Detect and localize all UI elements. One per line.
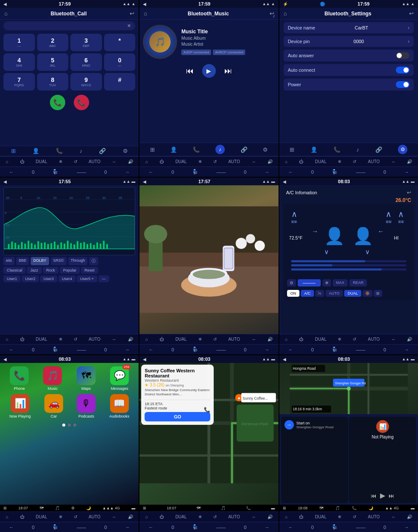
- fan-icon-eq[interactable]: ❄: [59, 337, 62, 342]
- fan-icon-music[interactable]: ❄: [198, 159, 202, 164]
- preset-reset[interactable]: Reset: [81, 267, 98, 274]
- eq-effect-bbe[interactable]: BBE: [16, 257, 29, 265]
- fan-icon-ac[interactable]: ❄: [338, 337, 341, 342]
- slider-video[interactable]: ——: [216, 347, 226, 352]
- preset-user2[interactable]: User2: [22, 275, 39, 282]
- nav-phone-icon-settings[interactable]: 📞: [334, 146, 340, 153]
- back-icon-settings[interactable]: ↩: [409, 10, 414, 17]
- dial-3[interactable]: 3DEF: [70, 34, 102, 51]
- back-arrow-call[interactable]: ◀: [3, 2, 7, 6]
- clear-icon-call[interactable]: ✕: [127, 23, 131, 29]
- nav-user-icon-settings[interactable]: 👤: [311, 146, 317, 153]
- temp-arrow-nav[interactable]: ↔: [391, 514, 395, 519]
- right-arrow-eq[interactable]: →: [125, 347, 130, 352]
- ac-dual-btn[interactable]: DUAL: [344, 290, 361, 297]
- fan-icon-call[interactable]: ❄: [59, 159, 62, 164]
- right-arrow-music[interactable]: →: [264, 170, 269, 175]
- nav-gear-icon-music[interactable]: ⚙: [263, 146, 268, 153]
- cp-map-icon[interactable]: 🗺: [40, 506, 44, 510]
- slider-ac[interactable]: ——: [356, 347, 366, 352]
- back-arrow-video[interactable]: ◀: [143, 179, 146, 184]
- ac-icon-nav[interactable]: ↺: [353, 514, 356, 519]
- cp-grid-icon-carmap[interactable]: ⊞: [143, 506, 146, 510]
- power-btn-eq[interactable]: ⏻: [20, 337, 24, 342]
- volume-icon-music[interactable]: 🔊: [267, 159, 273, 164]
- power-toggle[interactable]: [396, 81, 409, 88]
- temp-arrow-eq[interactable]: ↔: [112, 337, 116, 342]
- ac-icon-carplay[interactable]: ↺: [74, 514, 77, 519]
- cp-phone-icon-nav[interactable]: 📞: [352, 506, 357, 510]
- left-arrow-ac[interactable]: ←: [288, 347, 293, 352]
- messages-app-icon[interactable]: 💬 259: [110, 366, 129, 385]
- ac-wind-icon[interactable]: 🌬: [315, 290, 324, 297]
- np-prev-btn[interactable]: ⏮: [371, 492, 377, 499]
- np-next-btn[interactable]: ⏭: [389, 492, 395, 499]
- back-arrow-carmap[interactable]: ◀: [143, 357, 146, 362]
- temp-arrow-video[interactable]: ↔: [252, 337, 256, 342]
- eq-effect-srs[interactable]: SRS©: [51, 257, 67, 265]
- next-button[interactable]: ⏭: [224, 67, 232, 76]
- maps-app-icon[interactable]: 🗺: [77, 366, 96, 385]
- ac-defrost-icon[interactable]: 🔆: [363, 290, 372, 297]
- right-arrow-carplay[interactable]: →: [125, 525, 130, 530]
- ac-icon-video[interactable]: ↺: [213, 337, 217, 342]
- nav-grid-icon-settings[interactable]: ⊞: [290, 146, 294, 153]
- cp-grid-icon-nav[interactable]: ⊞: [283, 506, 286, 510]
- dial-8[interactable]: 8TUV: [37, 73, 69, 91]
- nav-link-icon-music[interactable]: 🔗: [241, 146, 247, 153]
- home-btn-music[interactable]: ⌂: [145, 159, 148, 164]
- dial-1[interactable]: 1—: [3, 34, 35, 51]
- dot-2[interactable]: [68, 424, 71, 427]
- slider-carplay[interactable]: ——: [77, 525, 86, 530]
- nav-link-icon-call[interactable]: 🔗: [99, 148, 106, 154]
- home-icon-settings[interactable]: ⌂: [284, 10, 287, 17]
- ac-icon-call[interactable]: ↺: [74, 159, 77, 164]
- ac-icon-settings[interactable]: ↺: [353, 159, 356, 164]
- cp-map-icon-nav[interactable]: 🗺: [319, 506, 323, 510]
- np-play-btn[interactable]: ▶: [380, 491, 385, 500]
- ac-on-btn[interactable]: ON: [287, 290, 300, 297]
- left-arrow-nav[interactable]: ←: [288, 525, 293, 530]
- ac-gear-icon[interactable]: ⚙: [287, 279, 296, 286]
- back-icon-call[interactable]: ↩: [130, 10, 134, 17]
- back-arrow-nav[interactable]: ◀: [283, 357, 286, 362]
- cp-map-icon-carmap[interactable]: 🗺: [197, 506, 200, 510]
- dial-0[interactable]: 0—: [104, 53, 136, 71]
- dial-hash[interactable]: #: [104, 73, 136, 91]
- right-arrow-carmap[interactable]: →: [264, 525, 269, 530]
- preset-user4[interactable]: User4: [58, 275, 75, 282]
- dial-7[interactable]: 7PQRS: [3, 73, 35, 91]
- nav-phone-icon-music[interactable]: 📞: [193, 146, 200, 153]
- fan-icon-nav[interactable]: ❄: [338, 514, 341, 519]
- ac-max-btn[interactable]: MAX: [333, 279, 348, 286]
- slider-eq[interactable]: ——: [77, 347, 86, 352]
- slider-nav[interactable]: ——: [356, 525, 366, 530]
- nav-map[interactable]: Hongma Road Shangliao Gongye Rd 18:16 8 …: [279, 363, 418, 414]
- left-arrow-eq[interactable]: ←: [9, 347, 14, 352]
- home-btn-video[interactable]: ⌂: [145, 337, 148, 342]
- nav-gear-icon-call[interactable]: ⚙: [123, 148, 128, 154]
- cp-music-icon-carmap[interactable]: 🎵: [221, 506, 226, 510]
- ac-auto-btn[interactable]: AUTO: [325, 290, 343, 297]
- right-arrow-nav[interactable]: →: [404, 525, 409, 530]
- left-arrow-settings[interactable]: ←: [288, 170, 293, 175]
- preset-classical[interactable]: Classical: [3, 267, 26, 274]
- volume-icon-nav[interactable]: 🔊: [407, 514, 412, 519]
- search-bar-call[interactable]: ✕: [3, 21, 135, 30]
- dot-3[interactable]: [73, 424, 76, 427]
- volume-icon-ac[interactable]: 🔊: [407, 337, 412, 342]
- power-btn-carplay[interactable]: ⏻: [20, 514, 24, 519]
- cp-app-maps[interactable]: 🗺 Maps: [77, 366, 96, 391]
- volume-icon-carmap[interactable]: 🔊: [267, 514, 273, 519]
- carmap-content[interactable]: Xin'ercun Park ● Sunny Coffee... Sunny C…: [139, 363, 278, 505]
- left-arrow-carplay[interactable]: ←: [9, 525, 14, 530]
- back-arrow-eq[interactable]: ◀: [3, 179, 7, 184]
- back-arrow-ac[interactable]: ◀: [283, 179, 286, 184]
- right-arrow-video[interactable]: →: [264, 347, 269, 352]
- left-arrow-carmap[interactable]: ←: [149, 525, 154, 530]
- ac-seat-heat-icon[interactable]: ⊞: [374, 290, 382, 297]
- temp-arrow-ac[interactable]: ↔: [391, 337, 395, 342]
- nav-music-icon-settings[interactable]: ♪: [356, 146, 359, 153]
- temp-arrow-call[interactable]: ↔: [112, 159, 116, 164]
- cp-music-icon-nav[interactable]: 🎵: [335, 506, 340, 510]
